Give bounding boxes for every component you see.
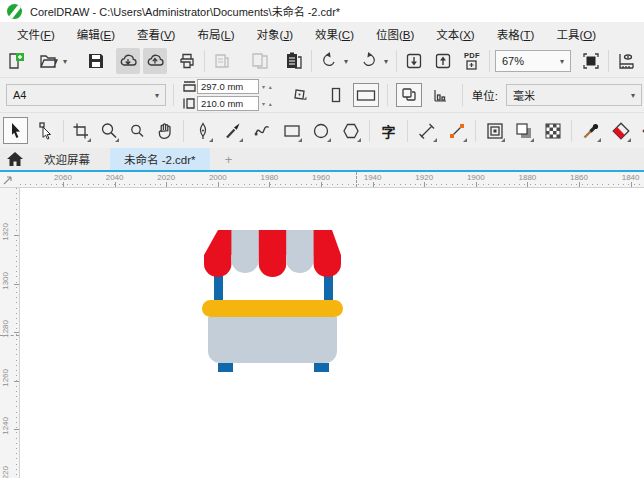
paste-button[interactable]	[282, 48, 306, 74]
tab-welcome-screen[interactable]: 欢迎屏幕	[30, 148, 104, 170]
vruler-marker	[0, 335, 19, 336]
cloud-upload-button[interactable]	[143, 48, 167, 74]
polygon-tool[interactable]	[338, 117, 363, 144]
units-combobox[interactable]: 毫米 ▾	[506, 84, 642, 106]
pan-tool[interactable]	[152, 117, 177, 144]
market-stall-drawing[interactable]	[190, 225, 350, 375]
new-document-button[interactable]	[4, 48, 28, 74]
hruler-label: 1980	[260, 173, 278, 182]
pick-tool[interactable]	[3, 117, 28, 144]
hruler-label: 1860	[570, 173, 588, 182]
pdf-icon: PDF	[464, 52, 480, 60]
save-button[interactable]	[84, 48, 108, 74]
menu-item-b[interactable]: 位图(B)	[365, 26, 425, 42]
menu-item-v[interactable]: 查看(V)	[126, 26, 186, 42]
hruler-label: 1920	[415, 173, 433, 182]
menubar: 文件(F)编辑(E)查看(V)布局(L)对象(J)效果(C)位图(B)文本(X)…	[0, 22, 644, 45]
connector-tool[interactable]	[444, 117, 469, 144]
property-bar: A4 ▾ 297.0 mm ▾ ▴ 210.0 mm ▾ ▴	[0, 78, 644, 113]
page-height-field[interactable]: 210.0 mm	[197, 96, 259, 111]
artistic-media-tool[interactable]	[220, 117, 245, 144]
crop-tool[interactable]	[68, 117, 93, 144]
all-pages-button[interactable]	[396, 83, 422, 107]
workspace: 132013001280126012401220	[0, 188, 644, 478]
redo-button[interactable]	[357, 48, 381, 74]
cloud-download-button[interactable]	[116, 48, 140, 74]
zoom-level-combobox[interactable]: 67% ▾	[495, 50, 571, 72]
page-size-combobox[interactable]: A4 ▾	[6, 84, 166, 106]
menu-item-c[interactable]: 效果(C)	[304, 26, 365, 42]
freehand-pen-tool[interactable]	[190, 117, 215, 144]
menu-item-x[interactable]: 文本(X)	[425, 26, 485, 42]
new-tab-button[interactable]: +	[216, 148, 242, 170]
undo-dropdown-arrow[interactable]: ▾	[341, 57, 351, 66]
menu-item-o[interactable]: 工具(O)	[545, 26, 607, 42]
welcome-tab-label: 欢迎屏幕	[44, 151, 90, 167]
undo-button[interactable]	[317, 48, 341, 74]
stall-right-foot	[314, 363, 329, 372]
vruler-label: 1320	[1, 223, 10, 241]
copy-button	[248, 48, 272, 74]
portrait-button[interactable]	[323, 83, 349, 107]
menu-item-e[interactable]: 编辑(E)	[66, 26, 126, 42]
b-spline-tool[interactable]	[249, 117, 274, 144]
publish-pdf-button[interactable]: PDF	[460, 48, 484, 74]
page-size-dropdown-arrow[interactable]: ▾	[149, 91, 165, 100]
page-height-icon	[181, 98, 197, 109]
hruler-label: 2060	[54, 173, 72, 182]
transparency-tool[interactable]	[540, 117, 565, 144]
menu-item-t[interactable]: 表格(T)	[486, 26, 546, 42]
hruler-label: 2040	[106, 173, 124, 182]
ruler-origin-icon[interactable]	[2, 174, 14, 186]
stall-left-foot	[218, 363, 233, 372]
hruler-label: 1940	[364, 173, 382, 182]
interactive-fill-tool[interactable]	[608, 117, 633, 144]
dimension-tool[interactable]	[414, 117, 439, 144]
title-bar: CorelDRAW - C:\Users\Administrator\Docum…	[0, 0, 644, 22]
full-screen-preview-button[interactable]	[579, 48, 603, 74]
zoom-alt-tool[interactable]	[124, 117, 149, 144]
vruler-label: 1260	[1, 369, 10, 387]
shape-tool[interactable]	[34, 117, 59, 144]
zoom-dropdown-arrow[interactable]: ▾	[554, 57, 570, 66]
open-button[interactable]	[36, 48, 60, 74]
rectangle-tool[interactable]	[279, 117, 304, 144]
print-button[interactable]	[175, 48, 199, 74]
text-tool[interactable]: 字	[376, 117, 401, 144]
toolbox: 字	[0, 113, 644, 148]
page-size-value: A4	[7, 89, 149, 101]
tab-active-document[interactable]: 未命名 -2.cdr*	[110, 148, 210, 170]
menu-item-l[interactable]: 布局(L)	[186, 26, 245, 42]
page-height-spinner[interactable]: ▾ ▴	[259, 100, 273, 107]
stall-awning	[204, 230, 341, 255]
contour-tool[interactable]	[482, 117, 507, 144]
open-dropdown-arrow[interactable]: ▾	[60, 57, 70, 66]
show-rulers-button[interactable]	[614, 48, 638, 74]
landscape-button[interactable]	[353, 83, 379, 107]
units-value: 毫米	[507, 87, 625, 103]
page-width-spinner[interactable]: ▾ ▴	[259, 83, 273, 90]
redo-dropdown-arrow[interactable]: ▾	[381, 57, 391, 66]
drawing-canvas[interactable]	[21, 188, 644, 478]
smart-fill-tool[interactable]	[638, 117, 644, 144]
hruler-label: 1960	[312, 173, 330, 182]
menu-item-f[interactable]: 文件(F)	[6, 26, 66, 42]
drop-shadow-tool[interactable]	[511, 117, 536, 144]
ellipse-tool[interactable]	[308, 117, 333, 144]
horizontal-ruler[interactable]: 2060204020202000198019601940192019001880…	[0, 172, 644, 188]
menu-item-j[interactable]: 对象(J)	[246, 26, 304, 42]
hruler-label: 2000	[209, 173, 227, 182]
page-width-field[interactable]: 297.0 mm	[197, 79, 259, 94]
zoom-tool[interactable]	[96, 117, 121, 144]
hruler-label: 1840	[622, 173, 640, 182]
vertical-ruler[interactable]: 132013001280126012401220	[0, 188, 20, 478]
vruler-label: 1300	[1, 272, 10, 290]
units-dropdown-arrow[interactable]: ▾	[625, 91, 641, 100]
export-button[interactable]	[431, 48, 455, 74]
color-eyedropper-tool[interactable]	[578, 117, 603, 144]
current-page-button[interactable]	[427, 83, 453, 107]
import-button[interactable]	[402, 48, 426, 74]
home-tab[interactable]	[0, 148, 30, 170]
auto-fit-page-button[interactable]	[287, 83, 313, 107]
hruler-label: 1880	[518, 173, 536, 182]
